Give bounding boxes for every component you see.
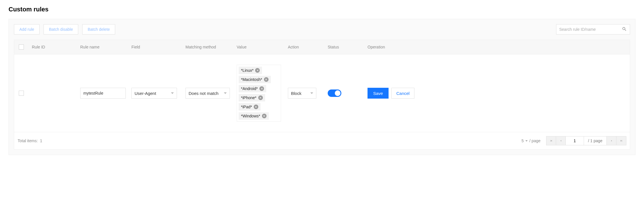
- field-select[interactable]: User-Agent: [131, 88, 177, 99]
- value-tag: *Linux*✕: [239, 67, 262, 74]
- header-field: Field: [128, 40, 182, 54]
- chevron-down-icon: [310, 92, 313, 94]
- chevron-down-icon: [171, 92, 174, 94]
- table-header: Rule ID Rule name Field Matching method …: [14, 40, 630, 54]
- last-page-button[interactable]: [616, 136, 626, 145]
- toolbar: Add rule Batch disable Batch delete: [14, 24, 630, 34]
- remove-tag-icon[interactable]: ✕: [255, 68, 260, 73]
- save-button[interactable]: Save: [368, 88, 389, 99]
- header-action: Action: [284, 40, 324, 54]
- total-items: Total items: 1: [18, 138, 42, 143]
- first-page-button[interactable]: [546, 136, 556, 145]
- action-select-value: Block: [291, 91, 302, 96]
- table-row: User-Agent Does not match *Linux*✕ *Maci…: [14, 54, 630, 132]
- pagination: 5 / page / 1 page: [521, 136, 626, 145]
- remove-tag-icon[interactable]: ✕: [254, 105, 258, 109]
- page-nav: / 1 page: [546, 136, 626, 145]
- field-select-value: User-Agent: [135, 91, 156, 96]
- rule-name-input[interactable]: [80, 88, 126, 99]
- remove-tag-icon[interactable]: ✕: [264, 77, 269, 82]
- header-rule-id: Rule ID: [28, 40, 77, 54]
- search-box[interactable]: [556, 24, 630, 34]
- value-tag: *iPhone*✕: [239, 94, 265, 101]
- page-title: Custom rules: [9, 6, 635, 13]
- action-select[interactable]: Block: [288, 88, 316, 99]
- switch-knob: [335, 90, 340, 96]
- rules-table: Rule ID Rule name Field Matching method …: [14, 40, 630, 150]
- remove-tag-icon[interactable]: ✕: [262, 114, 267, 118]
- remove-tag-icon[interactable]: ✕: [258, 95, 263, 100]
- page-total: / 1 page: [584, 136, 607, 145]
- next-page-button[interactable]: [607, 136, 616, 145]
- page-input[interactable]: [566, 136, 584, 145]
- add-rule-button[interactable]: Add rule: [14, 24, 40, 34]
- matching-method-value: Does not match: [189, 91, 218, 96]
- prev-page-button[interactable]: [556, 136, 566, 145]
- table-footer: Total items: 1 5 / page / 1 page: [14, 132, 630, 149]
- value-tag: *Android*✕: [239, 85, 266, 92]
- row-checkbox[interactable]: [19, 91, 24, 96]
- search-icon[interactable]: [622, 27, 627, 32]
- batch-disable-button[interactable]: Batch disable: [44, 24, 78, 34]
- matching-method-select[interactable]: Does not match: [185, 88, 230, 99]
- header-operation: Operation: [364, 40, 630, 54]
- chevron-down-icon: [224, 92, 227, 94]
- value-tag: *Macintosh*✕: [239, 76, 271, 83]
- per-page-select[interactable]: 5 / page: [521, 138, 540, 143]
- cancel-button[interactable]: Cancel: [391, 88, 414, 99]
- header-rule-name: Rule name: [77, 40, 128, 54]
- header-value: Value: [233, 40, 284, 54]
- search-input[interactable]: [559, 27, 622, 32]
- chevron-down-icon: [525, 140, 528, 142]
- remove-tag-icon[interactable]: ✕: [259, 86, 264, 91]
- header-matching-method: Matching method: [182, 40, 233, 54]
- cell-rule-id: [28, 89, 77, 98]
- rules-panel: Add rule Batch disable Batch delete Rule…: [9, 19, 635, 155]
- value-tag: *iPad*✕: [239, 103, 261, 111]
- status-toggle[interactable]: [328, 89, 341, 97]
- batch-delete-button[interactable]: Batch delete: [82, 24, 115, 34]
- value-tag: *Windows*✕: [239, 112, 269, 120]
- select-all-checkbox[interactable]: [19, 44, 24, 50]
- value-tags-box[interactable]: *Linux*✕ *Macintosh*✕ *Android*✕ *iPhone…: [237, 65, 281, 122]
- header-status: Status: [324, 40, 364, 54]
